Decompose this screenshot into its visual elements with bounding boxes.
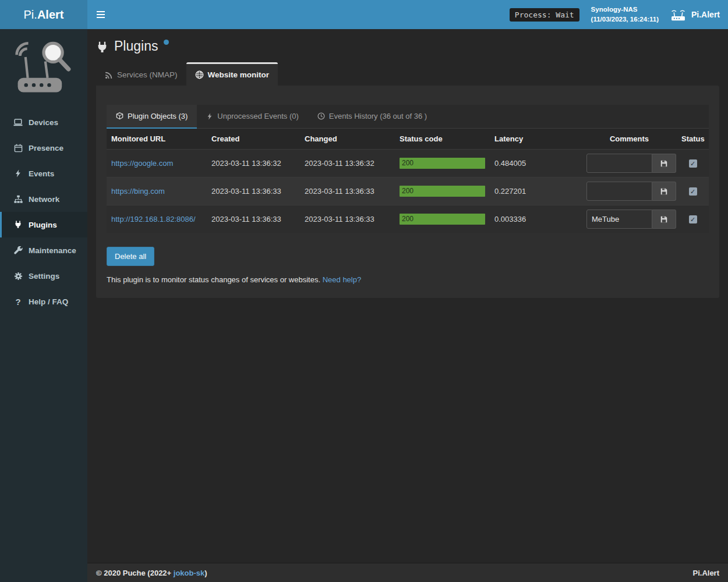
- table-row: https://google.com 2023-03-11 13:36:32 2…: [107, 150, 709, 178]
- sidebar-item-label: Presence: [29, 144, 63, 152]
- column-header-comments: Comments: [582, 129, 677, 150]
- sidebar-item-maintenance[interactable]: Maintenance: [0, 237, 87, 263]
- gear-icon: [13, 272, 23, 281]
- column-header-status-code: Status code: [395, 129, 490, 150]
- tab-website-monitor[interactable]: Website monitor: [186, 62, 278, 86]
- clock-icon: [317, 112, 325, 120]
- app-chip[interactable]: Pi.Alert: [670, 8, 720, 22]
- page-title: Plugins: [114, 38, 158, 54]
- tab-services-nmap[interactable]: Services (NMAP): [96, 62, 186, 86]
- sidebar-item-settings[interactable]: Settings: [0, 263, 87, 289]
- comment-input-group: [586, 154, 677, 173]
- floppy-icon: [660, 215, 668, 223]
- floppy-icon: [660, 159, 668, 168]
- sidebar-item-label: Network: [29, 195, 59, 204]
- column-header-latency: Latency: [490, 129, 582, 150]
- plug-icon: [13, 221, 23, 229]
- comment-input[interactable]: [586, 154, 652, 173]
- plugin-tabs: Services (NMAP) Website monitor: [87, 62, 728, 86]
- sidebar-item-label: Maintenance: [29, 246, 76, 255]
- latency-cell: 0.227201: [490, 178, 582, 205]
- status-code-bar: 200: [400, 186, 485, 197]
- copyright-text: © 2020 Puche (2022+: [96, 569, 171, 577]
- nas-device-icon: [670, 8, 686, 22]
- sidebar-item-label: Help / FAQ: [29, 297, 68, 306]
- column-header-status: Status: [677, 129, 709, 150]
- monitored-url-link[interactable]: https://google.com: [111, 159, 173, 168]
- panel-tabs: Plugin Objects (3) Unprocessed Events (0…: [107, 105, 709, 129]
- process-status-badge: Process: Wait: [510, 8, 579, 22]
- sidebar-item-label: Devices: [29, 118, 58, 127]
- footer: © 2020 Puche (2022+ jokob-sk) Pi.Alert: [87, 563, 728, 582]
- status-checkbox[interactable]: [689, 215, 697, 223]
- globe-icon: [195, 70, 204, 79]
- title-help-badge[interactable]: [164, 40, 169, 45]
- sidebar: Devices Presence Events Network Plugins …: [0, 29, 87, 582]
- column-header-monitored-url: Monitored URL: [107, 129, 207, 150]
- cube-icon: [116, 112, 123, 120]
- tab-plugin-objects[interactable]: Plugin Objects (3): [107, 105, 197, 129]
- navbar-right-cluster: Process: Wait Synology-NAS (11/03/2023, …: [510, 5, 728, 25]
- sidebar-item-network[interactable]: Network: [0, 186, 87, 212]
- brand-bold: Alert: [37, 8, 64, 22]
- tab-label: Website monitor: [208, 70, 270, 79]
- column-header-changed: Changed: [300, 129, 395, 150]
- latency-cell: 0.484005: [490, 150, 582, 178]
- tab-events-history[interactable]: Events History (36 out of 36 ): [308, 105, 436, 129]
- footer-brand: Pi.Alert: [692, 569, 719, 577]
- author-link[interactable]: jokob-sk: [174, 569, 204, 577]
- floppy-icon: [660, 187, 668, 196]
- comment-input-group: [586, 210, 677, 229]
- monitored-url-link[interactable]: https://bing.com: [111, 187, 165, 196]
- table-header-row: Monitored URL Created Changed Status cod…: [107, 129, 709, 150]
- need-help-link[interactable]: Need help?: [323, 275, 362, 284]
- save-comment-button[interactable]: [652, 182, 676, 201]
- column-header-created: Created: [207, 129, 300, 150]
- sidebar-item-events[interactable]: Events: [0, 161, 87, 186]
- plugin-description: This plugin is to monitor status changes…: [107, 275, 709, 284]
- tab-label: Events History (36 out of 36 ): [329, 112, 427, 120]
- save-comment-button[interactable]: [652, 154, 676, 173]
- sidebar-item-label: Events: [29, 169, 54, 178]
- status-checkbox[interactable]: [689, 159, 697, 168]
- table-row: http://192.168.1.82:8086/ 2023-03-11 13:…: [107, 205, 709, 233]
- tab-unprocessed-events[interactable]: Unprocessed Events (0): [197, 105, 308, 129]
- copyright-closing: ): [204, 569, 207, 577]
- comment-input[interactable]: [586, 210, 652, 229]
- laptop-icon: [13, 118, 23, 127]
- signal-icon: [105, 71, 113, 79]
- delete-all-button[interactable]: Delete all: [107, 247, 154, 266]
- created-cell: 2023-03-11 13:36:33: [207, 205, 300, 233]
- tab-label: Unprocessed Events (0): [217, 112, 298, 120]
- monitored-url-link[interactable]: http://192.168.1.82:8086/: [111, 215, 196, 223]
- changed-cell: 2023-03-11 13:36:32: [300, 150, 395, 178]
- brand-light: Pi.: [24, 8, 37, 22]
- nas-info: Synology-NAS (11/03/2023, 16:24:11): [591, 5, 659, 25]
- table-row: https://bing.com 2023-03-11 13:36:33 202…: [107, 178, 709, 205]
- comment-input[interactable]: [586, 182, 652, 201]
- bolt-icon: [206, 113, 213, 120]
- page-header: Plugins: [87, 29, 728, 56]
- status-checkbox[interactable]: [689, 187, 697, 196]
- sidebar-item-devices[interactable]: Devices: [0, 109, 87, 135]
- top-header: Pi.Alert Process: Wait Synology-NAS (11/…: [0, 0, 728, 29]
- status-code-bar: 200: [400, 214, 485, 225]
- sidebar-item-help-faq[interactable]: ? Help / FAQ: [0, 289, 87, 314]
- bolt-icon: [13, 169, 23, 178]
- sitemap-icon: [13, 195, 23, 204]
- website-monitor-panel: Plugin Objects (3) Unprocessed Events (0…: [96, 86, 719, 298]
- sidebar-toggle-button[interactable]: [87, 0, 114, 29]
- wrench-icon: [13, 246, 23, 255]
- sidebar-item-plugins[interactable]: Plugins: [0, 212, 87, 237]
- created-cell: 2023-03-11 13:36:32: [207, 150, 300, 178]
- app-label: Pi.Alert: [691, 10, 720, 19]
- save-comment-button[interactable]: [652, 210, 676, 229]
- sidebar-item-label: Settings: [29, 272, 59, 281]
- tab-label: Plugin Objects (3): [128, 112, 188, 120]
- top-navbar: Process: Wait Synology-NAS (11/03/2023, …: [87, 0, 728, 29]
- sidebar-item-presence[interactable]: Presence: [0, 135, 87, 161]
- latency-cell: 0.003336: [490, 205, 582, 233]
- brand-logo[interactable]: Pi.Alert: [0, 0, 87, 29]
- status-code-bar: 200: [400, 158, 485, 169]
- comment-input-group: [586, 182, 677, 201]
